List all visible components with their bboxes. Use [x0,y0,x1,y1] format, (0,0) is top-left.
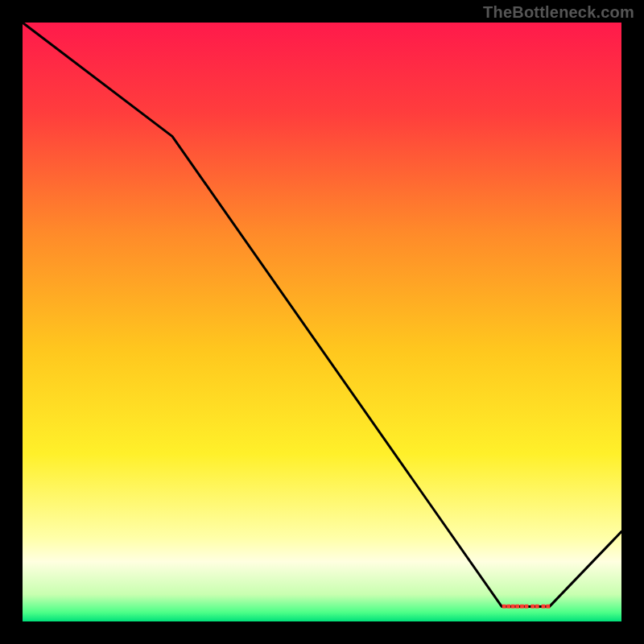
gradient-background [23,23,621,621]
watermark-text: TheBottleneck.com [483,3,634,22]
chart-plot [23,23,621,621]
chart-frame: ■■■■■■ ■■ ■■ [23,23,621,621]
baseline-label: ■■■■■■ ■■ ■■ [502,601,550,610]
